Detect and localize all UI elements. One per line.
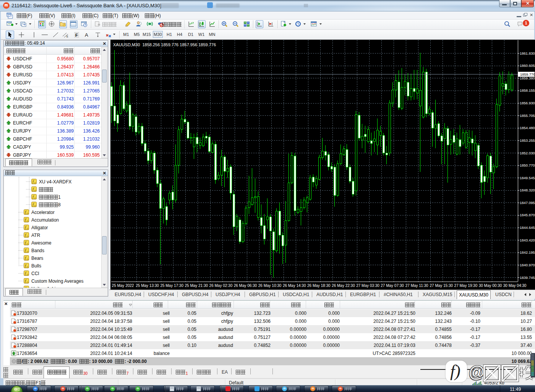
svg-text:26 May 06:30: 26 May 06:30: [234, 283, 257, 288]
svg-text:25 May 13:30: 25 May 13:30: [136, 283, 159, 288]
svg-text:E: E: [66, 35, 68, 38]
svg-text:1854.480: 1854.480: [520, 126, 535, 130]
svg-text:30 May 00:30: 30 May 00:30: [479, 283, 502, 288]
svg-text:F: F: [75, 33, 78, 37]
svg-text:1850.770: 1850.770: [520, 163, 535, 167]
svg-text:26 May 18:30: 26 May 18:30: [307, 283, 331, 288]
svg-text:27 May 07:30: 27 May 07:30: [381, 283, 404, 288]
svg-text:26 May 22:30: 26 May 22:30: [332, 283, 355, 288]
svg-text:XAUUSD,M30 1858.256 1859.776: XAUUSD,M30 1858.256 1859.776 1857.956 18…: [113, 42, 216, 47]
svg-text:1855.705: 1855.705: [520, 113, 535, 118]
svg-text:1843.420: 1843.420: [520, 238, 535, 242]
svg-text:1861.830: 1861.830: [520, 51, 535, 55]
svg-text:1858.155: 1858.155: [520, 88, 535, 92]
svg-text:26 May 14:30: 26 May 14:30: [283, 283, 306, 288]
svg-text:1848.320: 1848.320: [520, 188, 535, 192]
svg-text:30 May 04:30: 30 May 04:30: [503, 283, 527, 288]
svg-text:27 May 03:30: 27 May 03:30: [356, 283, 379, 288]
svg-text:1860.605: 1860.605: [520, 63, 535, 68]
svg-text:1859.776: 1859.776: [520, 72, 535, 76]
svg-text:27 May 11:30: 27 May 11:30: [405, 283, 428, 288]
svg-text:1849.545: 1849.545: [520, 176, 535, 180]
svg-text:1839.745: 1839.745: [520, 275, 535, 280]
svg-text:1847.095: 1847.095: [520, 201, 535, 205]
svg-text:1852.030: 1852.030: [520, 151, 535, 155]
svg-text:26 May 02:30: 26 May 02:30: [209, 283, 233, 288]
svg-text:25 May 2022: 25 May 2022: [112, 283, 134, 288]
svg-text:1853.255: 1853.255: [520, 138, 535, 143]
svg-text:25 May 17:30: 25 May 17:30: [160, 283, 183, 288]
svg-text:1844.645: 1844.645: [520, 225, 535, 230]
svg-text:27 May 15:30: 27 May 15:30: [430, 283, 453, 288]
svg-text:1840.970: 1840.970: [520, 263, 535, 267]
svg-text:26 May 10:30: 26 May 10:30: [258, 283, 282, 288]
svg-text:1842.195: 1842.195: [520, 250, 535, 254]
svg-text:27 May 19:30: 27 May 19:30: [454, 283, 478, 288]
svg-text:1845.870: 1845.870: [520, 213, 535, 217]
svg-text:25 May 21:30: 25 May 21:30: [185, 283, 208, 288]
svg-text:1856.930: 1856.930: [520, 101, 535, 105]
